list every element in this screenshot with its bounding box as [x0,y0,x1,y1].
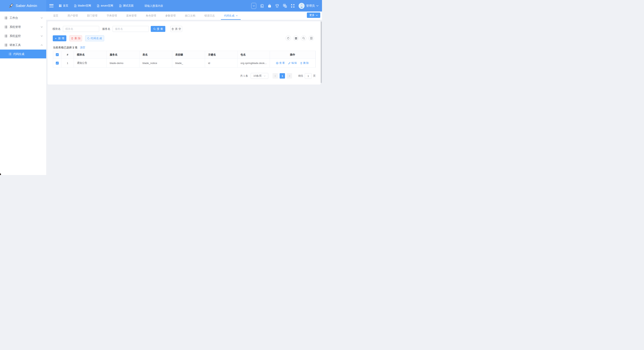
cell-index: 1 [61,59,74,68]
service-name-input[interactable] [112,26,149,32]
table-view-button[interactable] [308,36,314,41]
sidebar-item-system-management[interactable]: 系统管理 [0,23,46,32]
clear-button[interactable]: 清空 [170,26,182,32]
toolkit-icon[interactable] [260,4,264,8]
app-logo: Saber Admin [0,0,46,12]
avatar [298,3,304,9]
tab-error-log[interactable]: 错误日志 [200,12,220,20]
tab-role-management[interactable]: 角色管理 [141,12,161,20]
translate-icon[interactable] [283,4,287,8]
sidebar-item-system-monitor[interactable]: 系统监控 [0,32,46,41]
user-menu[interactable]: 管理员 [298,3,318,9]
topnav-bladex[interactable]: bladex官网 [74,4,91,8]
page-number-current[interactable]: 1 [280,73,285,79]
list-icon [8,52,12,56]
sidebar-item-label: 系统管理 [10,25,21,29]
checkbox-checked-icon[interactable] [56,62,59,65]
goto-page-input[interactable] [305,73,312,79]
tab-code-generation[interactable]: 代码生成 × [220,12,242,20]
caret-down-icon [316,5,318,7]
view-link[interactable]: 查看 [276,61,285,65]
row-checkbox[interactable] [53,59,61,68]
search-toggle-button[interactable] [301,36,306,41]
document-icon [97,5,99,7]
header-operations: 操作 [270,51,316,59]
tab-param-management[interactable]: 参数管理 [161,12,180,20]
goto-label: 前往 [298,74,303,78]
chevron-right-icon [289,75,290,77]
tab-department-management[interactable]: 部门管理 [82,12,102,20]
more-button[interactable]: 更多 [307,13,320,18]
select-all-checkbox[interactable] [53,51,61,59]
list-icon [4,43,8,47]
scrollbar-thumb[interactable] [321,22,322,83]
pencil-icon [288,62,290,64]
top-nav: 首页 bladex官网 avuex官网 [59,4,134,8]
tab-api-docs[interactable]: 接口文档 [180,12,200,20]
table-toolbar: + 新增 删除 代码生成 [53,35,104,41]
selection-clear-link[interactable]: 清空 [80,46,85,49]
delete-link[interactable]: 删除 [300,61,309,65]
cell-table: blade_notice [140,59,172,68]
lock-icon[interactable] [268,4,271,8]
sidebar-item-workbench[interactable]: 工作台 [0,14,46,23]
view-icon [276,62,278,64]
add-button[interactable]: + 新增 [53,35,66,41]
chevron-down-icon [41,35,43,37]
sword-logo-icon [9,4,14,8]
selection-text: 当前表格已选择 1 项 [53,46,78,49]
pagination: 共 1 条 10条/页 1 前往 [240,73,316,79]
sidebar-item-label: 研发工具 [10,43,21,47]
tab-user-management[interactable]: 用户管理 [63,12,82,20]
panel-chevron-icon[interactable] [251,3,256,9]
refresh-button[interactable] [286,36,291,41]
chevron-down-icon [264,75,266,77]
service-name-label: 服务名 [102,27,110,31]
selection-info: 当前表格已选择 1 项 清空 [53,46,85,49]
main-area: 首页 用户管理 部门管理 字典管理 菜单管理 角色管理 参数管理 接口文档 错误… [46,12,322,175]
global-search-input[interactable] [144,4,177,7]
edit-link[interactable]: 编辑 [288,61,297,65]
tab-close-icon[interactable]: × [236,14,238,17]
fullscreen-icon[interactable] [291,4,294,8]
topnav-label: bladex官网 [78,4,91,8]
topnav-avuex[interactable]: avuex官网 [97,4,113,8]
tab-home[interactable]: 首页 [48,12,63,20]
sidebar-item-code-generation[interactable]: 代码生成 [0,50,46,58]
next-page-button[interactable] [287,73,292,79]
sidebar-item-dev-tools[interactable]: 研发工具 [0,41,46,50]
document-icon [119,5,122,7]
module-name-input[interactable] [63,26,99,32]
header-package: 包名 [238,51,270,59]
header-pk: 主键名 [205,51,238,59]
search-button[interactable]: 搜索 [151,26,165,32]
trash-icon [172,28,174,30]
page-size-select[interactable]: 10条/页 [251,73,268,79]
module-name-label: 模块名 [52,27,60,31]
tab-dictionary-management[interactable]: 字典管理 [102,12,122,20]
grid-icon [59,5,62,7]
topnav-home[interactable]: 首页 [59,4,68,8]
global-search [144,4,177,8]
theme-shirt-icon[interactable] [275,4,279,8]
search-icon [302,37,305,40]
topnav-label: avuex官网 [101,4,113,8]
table-header-row: # 模块名 服务名 表名 表前缀 主键名 包名 操作 [53,51,316,59]
app-title: Saber Admin [16,4,37,8]
code-generate-button[interactable]: 代码生成 [85,35,104,41]
pagination-goto: 前往 页 [298,73,316,79]
topnav-test-page[interactable]: 测试页面 [119,4,134,8]
checkbox-checked-icon[interactable] [56,53,59,56]
sidebar-collapse-icon[interactable] [49,4,54,7]
cell-module: 通知公告 [74,59,107,68]
topnav-label: 测试页面 [123,4,134,8]
prev-page-button[interactable] [272,73,278,79]
content-card: 模块名 服务名 搜索 清空 + 新增 [48,21,321,85]
document-lines-icon [310,37,312,40]
delete-button[interactable]: 删除 [70,35,82,41]
trash-icon [71,37,74,40]
tab-menu-management[interactable]: 菜单管理 [122,12,141,20]
header-index: # [61,51,74,59]
data-table: # 模块名 服务名 表名 表前缀 主键名 包名 操作 1 通知公告 [53,51,316,68]
column-settings-button[interactable] [293,36,298,41]
